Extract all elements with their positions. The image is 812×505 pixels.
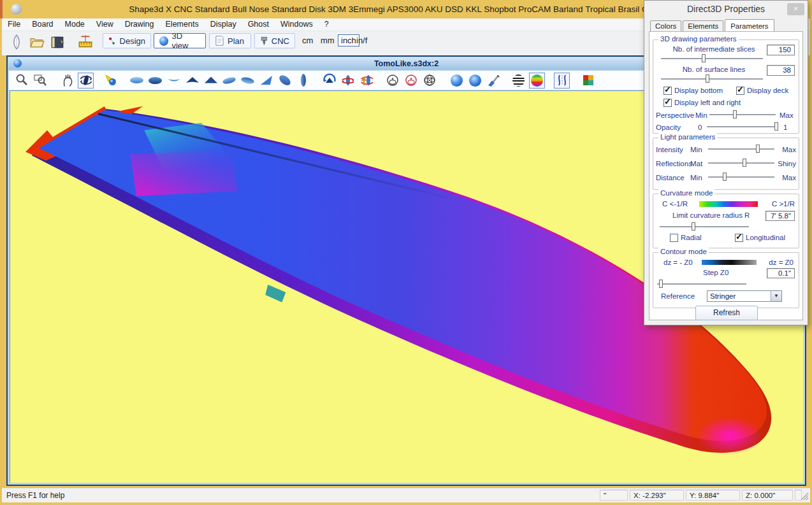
unit-inf[interactable]: in/f — [356, 36, 367, 45]
sphere-3d-icon — [159, 36, 168, 46]
perspective-4-icon[interactable] — [277, 73, 293, 89]
unit-mm[interactable]: mm — [321, 36, 335, 45]
menu-elements[interactable]: Elements — [160, 18, 205, 29]
cnc-mode-button[interactable]: CNC — [254, 33, 295, 48]
intensity-slider[interactable] — [708, 145, 774, 153]
radial-checkbox[interactable] — [670, 234, 678, 242]
panel-tabs: Colors Elements Parameters — [650, 19, 776, 31]
status-bar: Press F1 for help " X: -2.293" Y: 9.884"… — [2, 488, 810, 502]
step-z0-value[interactable]: 0.1" — [767, 268, 795, 278]
reference-value: Stringer — [710, 292, 736, 300]
curvature-sphere-glyph — [531, 75, 543, 87]
tab-elements[interactable]: Elements — [683, 20, 723, 31]
save-button[interactable] — [49, 34, 66, 49]
reference-dropdown[interactable]: Stringer ▼ — [707, 290, 782, 302]
display-leftright-label: Display left and right — [674, 99, 741, 106]
plan-mode-button[interactable]: Plan — [209, 33, 251, 48]
refresh-button[interactable]: Refresh — [695, 306, 758, 320]
bottom-view-icon[interactable] — [147, 73, 163, 89]
solid-sphere-alt-icon[interactable] — [467, 73, 483, 89]
intensity-max-label: Max — [782, 146, 796, 153]
striped-sphere-icon[interactable] — [511, 73, 526, 89]
perspective-1-glyph — [222, 76, 236, 85]
distance-slider[interactable] — [708, 173, 774, 181]
curvature-radius-value[interactable]: 7' 5.8" — [765, 211, 795, 221]
reflections-slider[interactable] — [708, 159, 774, 167]
flip-board-icon[interactable] — [358, 73, 374, 89]
rotate-view-icon[interactable] — [321, 73, 337, 89]
zoom-window-icon[interactable] — [32, 73, 48, 89]
wireframe-sphere-red-icon[interactable] — [403, 73, 419, 89]
step-z0-slider[interactable] — [657, 280, 746, 288]
display-bottom-checkbox[interactable] — [663, 87, 672, 95]
display-deck-checkbox[interactable] — [736, 87, 744, 95]
menu-view[interactable]: View — [91, 18, 119, 29]
menu-board[interactable]: Board — [26, 18, 59, 29]
rocker-view-icon[interactable] — [166, 73, 182, 89]
perspective-label: Perspective — [656, 111, 694, 119]
paint-icon[interactable] — [486, 73, 502, 89]
striped-sphere-glyph — [512, 75, 525, 87]
perspective-slider[interactable] — [709, 110, 776, 118]
open-button[interactable] — [29, 34, 45, 49]
slices-value[interactable]: 150 — [767, 45, 795, 55]
distance-label: Distance — [656, 174, 685, 181]
tail-view-icon[interactable] — [203, 73, 219, 89]
solid-sphere-icon[interactable] — [449, 73, 465, 89]
curvature-sphere-icon[interactable] — [529, 73, 545, 89]
menu-mode[interactable]: Mode — [59, 18, 91, 29]
curvature-radius-slider[interactable] — [660, 222, 749, 231]
unit-cm[interactable]: cm — [302, 36, 313, 45]
close-icon[interactable]: × — [787, 3, 804, 15]
menu-windows[interactable]: Windows — [275, 18, 319, 29]
curvature-radius-label: Limit curvature radius R — [672, 211, 750, 219]
contour-right-label: dz = Z0 — [769, 259, 794, 266]
status-unit: " — [600, 490, 628, 501]
surface-lines-slider[interactable] — [661, 75, 763, 83]
longitudinal-checkbox[interactable] — [735, 234, 743, 242]
dimensions-button[interactable] — [77, 34, 94, 49]
display-leftright-checkbox[interactable] — [663, 99, 672, 107]
tab-colors[interactable]: Colors — [650, 20, 681, 31]
paint-glyph — [487, 73, 501, 87]
view3d-mode-button[interactable]: 3D view — [154, 33, 206, 48]
wireframe-sphere-icon[interactable] — [384, 73, 400, 89]
save-icon — [49, 34, 66, 50]
tab-parameters[interactable]: Parameters — [725, 19, 774, 32]
perspective-1-icon[interactable] — [221, 73, 237, 89]
opacity-slider[interactable] — [707, 122, 778, 131]
nose-view-glyph — [185, 73, 199, 87]
perspective-3-icon[interactable] — [258, 73, 274, 89]
pan-hand-icon[interactable] — [59, 73, 75, 89]
chevron-down-icon[interactable]: ▼ — [771, 291, 781, 301]
curvature-left-label: C <-1/R — [662, 200, 688, 208]
wireframe-sphere-red-glyph — [404, 73, 418, 87]
top-view-icon[interactable] — [129, 73, 145, 89]
slices-icon[interactable] — [554, 73, 570, 89]
dimensions-icon — [77, 34, 94, 50]
side-view-glyph — [301, 74, 306, 87]
menu-file[interactable]: File — [2, 18, 26, 29]
surface-lines-value[interactable]: 38 — [767, 65, 795, 76]
perspective-2-icon[interactable] — [240, 73, 256, 89]
design-mode-button[interactable]: Design — [103, 33, 151, 48]
bottom-view-glyph — [149, 77, 162, 84]
curvature-group-title: Curvature mode — [658, 189, 714, 197]
menu-drawing[interactable]: Drawing — [119, 18, 160, 29]
resize-grip-icon[interactable] — [801, 492, 809, 501]
side-view-icon[interactable] — [295, 73, 311, 89]
rotate-glyph — [79, 73, 93, 87]
slices-slider[interactable] — [661, 54, 763, 62]
zoom-icon[interactable] — [13, 73, 29, 89]
rotate-icon[interactable] — [78, 73, 94, 89]
menu-ghost[interactable]: Ghost — [242, 18, 275, 29]
light-icon[interactable] — [103, 73, 119, 89]
mesh-sphere-icon[interactable] — [421, 73, 437, 89]
rotate-axis-icon[interactable] — [340, 73, 356, 89]
palette-squares-icon[interactable] — [580, 73, 596, 89]
nose-view-icon[interactable] — [184, 73, 200, 89]
new-board-button[interactable] — [8, 34, 25, 49]
menu-help[interactable]: ? — [319, 18, 335, 29]
status-z-coordinate: Z: 0.000" — [742, 490, 793, 501]
menu-display[interactable]: Display — [205, 18, 242, 29]
